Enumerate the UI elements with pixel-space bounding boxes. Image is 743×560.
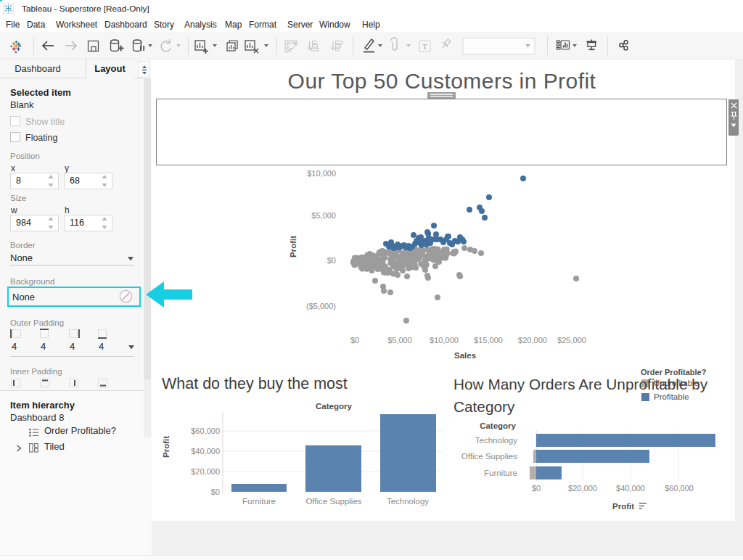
svg-text:$15,000: $15,000 [474,336,503,345]
svg-text:$10,000: $10,000 [307,169,336,178]
svg-text:$0: $0 [211,487,220,496]
svg-text:$5,000: $5,000 [311,211,336,220]
svg-text:Office Supplies: Office Supplies [305,497,361,506]
svg-text:$40,000: $40,000 [191,447,220,456]
svg-text:Category: Category [480,421,516,430]
svg-text:$0: $0 [532,484,541,493]
svg-text:$40,000: $40,000 [616,484,645,493]
svg-text:$60,000: $60,000 [191,427,220,435]
svg-text:Technology: Technology [387,497,429,506]
svg-text:$0: $0 [327,256,336,265]
svg-text:Furniture: Furniture [484,469,517,477]
svg-text:$0: $0 [350,336,359,345]
svg-text:$60,000: $60,000 [665,484,694,493]
svg-text:Office Supplies: Office Supplies [461,452,517,461]
svg-text:Category: Category [316,402,352,411]
svg-text:($5,000): ($5,000) [306,302,336,310]
svg-text:$20,000: $20,000 [191,467,220,476]
svg-text:T: T [422,43,427,51]
svg-text:$25,000: $25,000 [557,336,586,345]
svg-text:Profit: Profit [162,436,171,458]
svg-text:$5,000: $5,000 [387,336,412,345]
svg-text:Sales: Sales [454,351,476,360]
svg-text:Profit: Profit [612,502,634,511]
svg-text:$10,000: $10,000 [430,336,459,345]
svg-text:Furniture: Furniture [242,497,276,506]
svg-text:Technology: Technology [475,436,517,445]
svg-text:$20,000: $20,000 [518,336,547,345]
svg-text:$20,000: $20,000 [568,484,597,493]
svg-text:Profit: Profit [289,236,297,258]
